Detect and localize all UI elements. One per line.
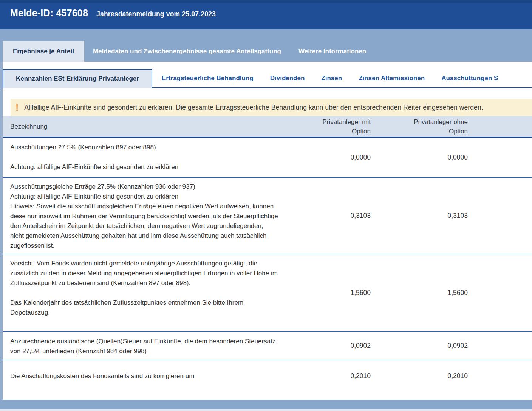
- tab-zinsen[interactable]: Zinsen: [313, 70, 350, 88]
- report-subtitle: Jahresdatenmeldung vom 25.07.2023: [96, 10, 216, 18]
- warning-icon: !: [15, 103, 19, 112]
- value-mit-option: 0,3103: [278, 212, 371, 220]
- secondary-tabbar: Kennzahlen ESt-Erklärung Privatanleger E…: [0, 62, 532, 88]
- table-row: Ausschüttungsgleiche Erträge 27,5% (Kenn…: [3, 178, 532, 254]
- tab-ergebnisse-je-anteil[interactable]: Ergebnisse je Anteil: [3, 41, 84, 62]
- value-ohne-option: 0,3103: [371, 212, 469, 220]
- tab-ertragsteuerliche-behandlung[interactable]: Ertragsteuerliche Behandlung: [153, 70, 262, 88]
- column-header-spacer: [469, 116, 532, 137]
- tab-ausschuettungen[interactable]: Ausschüttungen S: [433, 70, 506, 88]
- row-description: Ausschüttungsgleiche Erträge 27,5% (Kenn…: [3, 178, 278, 254]
- table-row: Ausschüttungen 27,5% (Kennzahlen 897 ode…: [3, 138, 532, 178]
- tab-dividenden[interactable]: Dividenden: [262, 70, 313, 88]
- column-header-privatanleger-ohne-option: Privatanleger ohne Option: [371, 117, 469, 136]
- column-header-privatanleger-mit-option: Privatanleger mit Option: [278, 117, 371, 136]
- value-ohne-option: 0,2010: [371, 372, 469, 380]
- row-description: Die Anschaffungskosten des Fondsanteils …: [3, 371, 278, 381]
- value-mit-option: 1,5600: [278, 289, 371, 297]
- value-ohne-option: 0,0902: [371, 342, 469, 350]
- value-mit-option: 0,2010: [278, 372, 371, 380]
- tab-zinsen-altemissionen[interactable]: Zinsen Altemissionen: [350, 70, 433, 88]
- table-row: Vorsicht: Vom Fonds wurden nicht gemelde…: [3, 254, 532, 332]
- primary-tabbar: Ergebnisse je Anteil Meldedaten und Zwis…: [0, 29, 532, 62]
- table-row: Anzurechnende ausländische (Quellen)Steu…: [3, 332, 532, 360]
- table-header-row: Bezeichnung Privatanleger mit Option Pri…: [3, 116, 532, 138]
- tab-kennzahlen-est-erklaerung[interactable]: Kennzahlen ESt-Erklärung Privatanleger: [3, 69, 152, 88]
- value-ohne-option: 1,5600: [371, 289, 469, 297]
- value-mit-option: 0,0902: [278, 342, 371, 350]
- row-description: Anzurechnende ausländische (Quellen)Steu…: [3, 332, 278, 360]
- melde-id-title: Melde-ID: 457608: [10, 8, 88, 19]
- column-header-bezeichnung: Bezeichnung: [3, 123, 278, 130]
- footer-band: [0, 400, 532, 409]
- left-edge-band: [0, 62, 3, 409]
- value-ohne-option: 0,0000: [371, 154, 469, 161]
- kennzahlen-table: Bezeichnung Privatanleger mit Option Pri…: [3, 116, 532, 392]
- aif-notice-banner: ! Allfällige AIF-Einkünfte sind gesonder…: [11, 99, 532, 116]
- table-row: Die Anschaffungskosten des Fondsanteils …: [3, 360, 532, 392]
- value-mit-option: 0,0000: [278, 154, 371, 161]
- tab-meldedaten-zwischenergebnisse[interactable]: Meldedaten und Zwischenergebnisse gesamt…: [84, 41, 290, 62]
- footer-strip: [0, 409, 532, 411]
- row-description: Vorsicht: Vom Fonds wurden nicht gemelde…: [3, 254, 278, 331]
- notice-text: Allfällige AIF-Einkünfte sind gesondert …: [24, 104, 483, 112]
- tab-weitere-informationen[interactable]: Weitere Informationen: [290, 41, 375, 62]
- row-description: Ausschüttungen 27,5% (Kennzahlen 897 ode…: [3, 138, 278, 177]
- app-header: Melde-ID: 457608 Jahresdatenmeldung vom …: [0, 0, 532, 29]
